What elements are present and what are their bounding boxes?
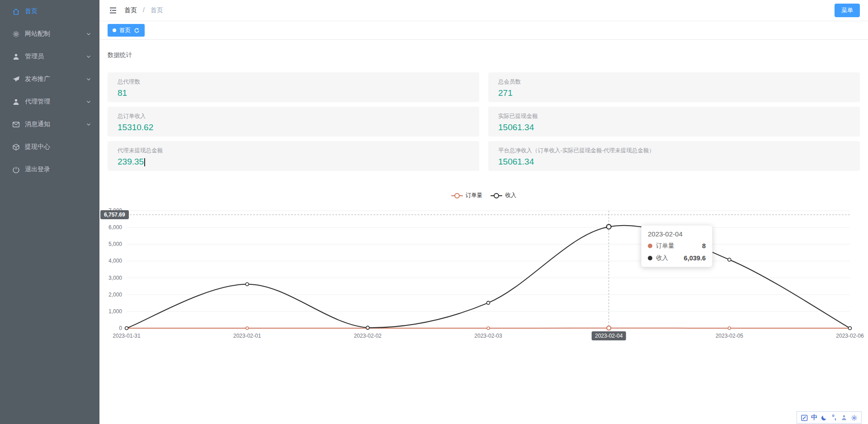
sidebar-item-label: 退出登录 (25, 165, 91, 174)
breadcrumb-current: 首页 (151, 6, 163, 14)
stat-label: 总代理数 (118, 78, 469, 86)
text-cursor (144, 158, 145, 166)
sidebar-item-site-config[interactable]: 网站配制 (0, 23, 99, 45)
svg-text:2,000: 2,000 (108, 292, 122, 298)
stat-value: 15061.34 (498, 157, 850, 167)
stat-card-total-members: 总会员数 271 (488, 72, 860, 102)
sidebar-item-logout[interactable]: 退出登录 (0, 158, 99, 181)
stat-label: 总订单收入 (118, 113, 469, 120)
settings-gear-icon[interactable] (849, 412, 859, 423)
legend-item-orders[interactable]: 订单量 (451, 192, 483, 199)
chevron-down-icon (86, 99, 91, 104)
gear-icon (12, 30, 20, 38)
svg-text:2023-01-31: 2023-01-31 (113, 333, 141, 339)
tab-active-dot-icon (113, 28, 116, 32)
user-icon[interactable] (839, 412, 849, 423)
tooltip-row-orders: 订单量 8 (648, 242, 706, 250)
svg-text:2023-02-03: 2023-02-03 (474, 333, 502, 339)
sidebar-item-withdrawal-center[interactable]: 提现中心 (0, 136, 99, 158)
svg-text:2023-02-01: 2023-02-01 (233, 333, 261, 339)
legend-label: 收入 (505, 192, 516, 199)
svg-text:6,000: 6,000 (108, 224, 122, 231)
tooltip-series-name: 订单量 (656, 242, 675, 250)
chevron-down-icon (86, 122, 91, 127)
tooltip-row-income: 收入 6,039.6 (648, 254, 706, 262)
axis-pointer-y-badge: 6,757.69 (100, 210, 129, 219)
sidebar-item-label: 首页 (25, 7, 91, 15)
sidebar-item-label: 消息通知 (25, 120, 86, 128)
sidebar-item-label: 网站配制 (25, 30, 86, 38)
stat-value: 15061.34 (498, 122, 850, 132)
breadcrumb-separator: / (143, 6, 145, 14)
sidebar-item-administrators[interactable]: 管理员 (0, 45, 99, 68)
legend-item-income[interactable]: 收入 (491, 192, 516, 199)
chinese-mode-icon[interactable]: 中 (809, 412, 819, 423)
tab-home[interactable]: 首页 (108, 24, 145, 37)
legend-marker-icon (491, 193, 502, 199)
tooltip-series-name: 收入 (656, 254, 668, 262)
svg-text:2023-02-05: 2023-02-05 (716, 333, 744, 339)
send-icon (12, 75, 20, 83)
chevron-down-icon (86, 54, 91, 59)
sidebar-item-label: 提现中心 (25, 143, 91, 151)
stat-card-total-agents: 总代理数 81 (108, 72, 479, 102)
line-chart-canvas[interactable]: 01,0002,0003,0004,0005,0006,0007,0002023… (108, 206, 860, 352)
stat-label: 实际已提现金额 (498, 113, 850, 120)
svg-text:2023-02-06: 2023-02-06 (836, 333, 864, 339)
refresh-icon[interactable] (134, 28, 140, 33)
stat-card-platform-net-income: 平台总净收入（订单收入-实际已提现金额-代理未提现总金额） 15061.34 (488, 141, 860, 171)
user-icon (12, 53, 20, 61)
sidebar-item-message-notification[interactable]: 消息通知 (0, 113, 99, 136)
svg-text:4,000: 4,000 (108, 258, 122, 264)
punctuation-icon[interactable]: °, (829, 412, 839, 423)
sidebar-item-publish-promotion[interactable]: 发布推广 (0, 68, 99, 90)
stat-card-total-order-income: 总订单收入 15310.62 (108, 107, 479, 137)
home-icon (12, 8, 20, 15)
collapse-sidebar-icon[interactable] (108, 6, 118, 15)
sidebar-item-agent-management[interactable]: 代理管理 (0, 90, 99, 113)
legend-label: 订单量 (466, 192, 483, 199)
power-icon (12, 166, 20, 174)
ime-toolbar: 中 °, (797, 411, 862, 424)
svg-text:2023-02-02: 2023-02-02 (354, 333, 382, 339)
section-title: 数据统计 (108, 51, 860, 59)
series-dot-icon (648, 256, 652, 260)
stat-label: 总会员数 (498, 78, 850, 86)
tooltip-series-value: 6,039.6 (684, 254, 706, 262)
mail-icon (12, 121, 20, 128)
stat-value: 239.35 (118, 157, 469, 167)
tooltip-series-value: 8 (702, 242, 706, 250)
sidebar-item-label: 发布推广 (25, 75, 86, 83)
breadcrumb-home[interactable]: 首页 (124, 6, 137, 14)
moon-icon[interactable] (819, 412, 829, 423)
chart-tooltip: 2023-02-04 订单量 8 收入 6,039.6 (641, 225, 712, 267)
tab-bar: 首页 (99, 21, 868, 40)
stat-label: 代理未提现总金额 (118, 147, 469, 155)
stat-value: 15310.62 (118, 122, 469, 132)
sidebar-item-home[interactable]: 首页 (0, 0, 99, 23)
sidebar-menu: 首页 网站配制 管理员 发布推广 代理管理 (0, 0, 99, 181)
svg-text:5,000: 5,000 (108, 241, 122, 247)
legend-marker-icon (451, 193, 463, 199)
box-icon (12, 143, 20, 151)
content: 数据统计 总代理数 81 总会员数 271 总订单收入 15310.62 实际已… (99, 51, 868, 352)
chart-legend: 订单量 收入 (108, 192, 860, 199)
chevron-down-icon (86, 76, 91, 82)
topbar: 首页 / 首页 菜单 (99, 0, 868, 21)
stat-card-agent-unwithdrawn: 代理未提现总金额 239.35 (108, 141, 479, 171)
sidebar-item-label: 管理员 (25, 52, 86, 61)
main-area: 首页 / 首页 菜单 首页 数据统计 总代理数 81 总会员数 (99, 0, 868, 424)
stat-cards: 总代理数 81 总会员数 271 总订单收入 15310.62 实际已提现金额 … (108, 72, 860, 171)
svg-text:3,000: 3,000 (108, 275, 122, 281)
stat-card-withdrawn-amount: 实际已提现金额 15061.34 (488, 107, 860, 137)
sidebar: 首页 网站配制 管理员 发布推广 代理管理 (0, 0, 99, 424)
stat-value: 81 (118, 88, 469, 98)
sidebar-item-label: 代理管理 (25, 98, 86, 106)
breadcrumb: 首页 / 首页 (124, 6, 163, 14)
chart-section: 订单量 收入 01,0002,0003,0004,0005,0006,0007,… (108, 192, 860, 352)
svg-text:0: 0 (119, 325, 122, 331)
stat-value: 271 (498, 88, 850, 98)
handwriting-pad-icon[interactable] (799, 412, 809, 423)
menu-button[interactable]: 菜单 (835, 4, 860, 17)
tooltip-title: 2023-02-04 (648, 230, 706, 238)
